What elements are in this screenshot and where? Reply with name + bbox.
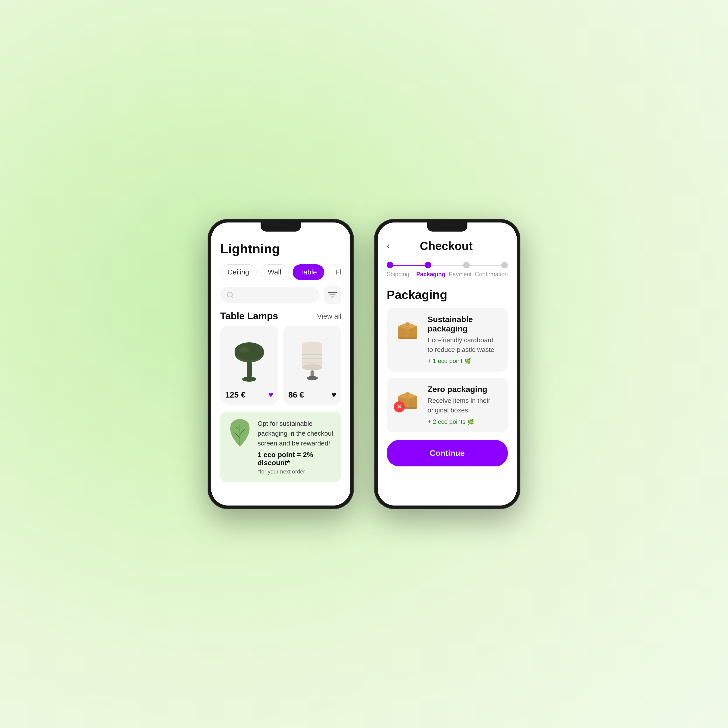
phone-2: ‹ Checkout Shipping — [374, 219, 520, 509]
step-dot-packaging — [425, 262, 431, 268]
eco-description: Opt for sustainable packaging in the che… — [257, 419, 334, 448]
pkg-desc-1: Eco-friendly cardboard to reduce plastic… — [428, 335, 501, 355]
p1-header: Lightning — [211, 235, 350, 260]
svg-rect-7 — [247, 361, 252, 378]
packaging-option-2[interactable]: ✕ Zero packaging Receive items in their … — [387, 378, 508, 432]
leaf-icon — [227, 419, 252, 449]
notch-1 — [261, 222, 301, 232]
phone-1-content: Lightning Ceiling Wall Table Fl... — [211, 222, 350, 506]
step-label-confirmation: Confirmation — [475, 271, 508, 278]
pkg-icon-wrap-1 — [394, 315, 422, 343]
section-header: Table Lamps View all — [211, 306, 350, 326]
eco-highlight: 1 eco point = 2% discount* — [257, 451, 334, 467]
step-label-shipping: Shipping — [387, 271, 416, 278]
pkg-text-2: Zero packaging Receive items in their or… — [428, 385, 501, 425]
phone-2-screen: ‹ Checkout Shipping — [378, 222, 517, 506]
phone-2-content: ‹ Checkout Shipping — [378, 222, 517, 506]
phone-1-screen: Lightning Ceiling Wall Table Fl... — [211, 222, 350, 506]
phone-1: Lightning Ceiling Wall Table Fl... — [208, 219, 354, 509]
eco-text-block: Opt for sustainable packaging in the che… — [257, 419, 334, 475]
svg-line-1 — [232, 297, 233, 298]
view-all-link[interactable]: View all — [317, 312, 341, 320]
tab-floor[interactable]: Fl... — [328, 265, 343, 280]
step-label-packaging: Packaging — [416, 271, 446, 278]
section-title: Table Lamps — [220, 311, 278, 322]
svg-rect-11 — [302, 344, 323, 367]
product-image-2 — [288, 331, 336, 386]
step-line-3 — [470, 265, 501, 266]
back-button[interactable]: ‹ — [387, 241, 390, 251]
packaging-option-1[interactable]: Sustainable packaging Eco-friendly cardb… — [387, 308, 508, 372]
box-icon-1 — [396, 317, 419, 340]
pkg-desc-2: Receive items in their original boxes — [428, 396, 501, 415]
svg-point-14 — [307, 376, 318, 380]
lamp-2-image — [298, 333, 326, 384]
product-price-2: 86 € — [288, 390, 304, 399]
product-card-1[interactable]: 125 € ♥ — [220, 326, 278, 405]
search-icon — [226, 291, 234, 299]
pkg-title-2: Zero packaging — [428, 385, 501, 394]
product-card-2[interactable]: 86 € ♥ — [283, 326, 341, 405]
filter-icon — [328, 291, 337, 298]
pkg-title-1: Sustainable packaging — [428, 315, 501, 333]
lamp-1-image — [233, 333, 266, 384]
stepper-track — [387, 262, 508, 268]
svg-marker-27 — [398, 323, 408, 329]
packaging-section-title: Packaging — [378, 284, 517, 308]
svg-point-9 — [239, 347, 249, 352]
step-line-2 — [431, 265, 463, 266]
pkg-text-1: Sustainable packaging Eco-friendly cardb… — [428, 315, 501, 364]
tab-ceiling[interactable]: Ceiling — [220, 265, 257, 280]
filter-button[interactable] — [324, 286, 341, 304]
notch-2 — [427, 222, 467, 232]
product-image-1 — [225, 331, 273, 386]
category-tabs: Ceiling Wall Table Fl... — [211, 260, 350, 284]
product-price-1: 125 € — [225, 390, 245, 399]
pkg-icon-wrap-2: ✕ — [394, 385, 422, 413]
phones-container: Lightning Ceiling Wall Table Fl... — [208, 219, 520, 509]
pkg-points-1: + 1 eco point 🌿 — [428, 358, 501, 364]
checkout-stepper: Shipping Packaging Payment Confirmation — [378, 258, 517, 284]
svg-point-6 — [235, 342, 264, 361]
product-footer-1: 125 € ♥ — [225, 390, 273, 399]
tab-wall[interactable]: Wall — [261, 265, 289, 280]
step-labels: Shipping Packaging Payment Confirmation — [387, 271, 508, 278]
leaf-badge-1: 🌿 — [464, 358, 471, 364]
step-dot-confirmation — [501, 262, 508, 268]
svg-rect-26 — [398, 338, 417, 339]
wishlist-button-2[interactable]: ♥ — [332, 390, 336, 399]
step-dot-shipping — [387, 262, 393, 268]
step-label-payment: Payment — [445, 271, 475, 278]
svg-marker-32 — [398, 392, 408, 399]
svg-point-8 — [242, 376, 256, 382]
page-title-lightning: Lightning — [220, 241, 341, 256]
continue-button[interactable]: Continue — [387, 440, 508, 466]
step-line-1 — [393, 265, 425, 266]
svg-point-12 — [302, 364, 323, 370]
product-footer-2: 86 € ♥ — [288, 390, 336, 399]
checkout-header: ‹ Checkout — [378, 235, 517, 258]
eco-points-banner: Opt for sustainable packaging in the che… — [220, 412, 341, 482]
eco-footnote: *for your next order — [257, 468, 334, 475]
checkout-title: Checkout — [395, 239, 508, 253]
search-box[interactable] — [220, 287, 320, 303]
pkg-points-2: + 2 eco points 🌿 — [428, 418, 501, 425]
step-dot-payment — [463, 262, 470, 268]
x-badge: ✕ — [394, 401, 405, 413]
product-grid: 125 € ♥ — [211, 326, 350, 405]
search-row — [211, 284, 350, 306]
wishlist-button-1[interactable]: ♥ — [268, 390, 273, 399]
tab-table[interactable]: Table — [293, 265, 324, 280]
leaf-badge-2: 🌿 — [467, 419, 474, 425]
